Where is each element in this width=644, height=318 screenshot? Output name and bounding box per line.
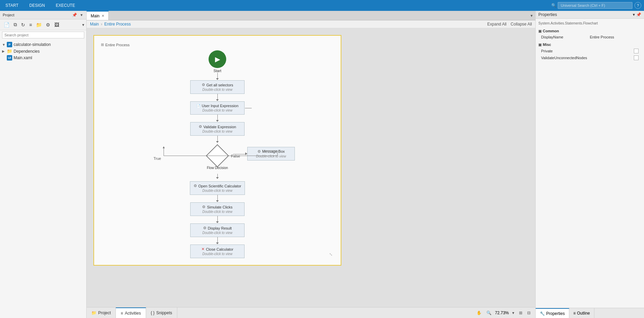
props-chevron-down[interactable]: ▾ (633, 12, 635, 17)
get-selectors-node[interactable]: ⚙ Get all selectors Double-click to view (190, 80, 245, 94)
open-calc-header: ⚙ Open Scientific Calculator (194, 184, 242, 188)
back-connector (245, 108, 252, 108)
menu-start[interactable]: START (3, 2, 21, 9)
gear-icon-1: ⚙ (202, 83, 205, 87)
gear-icon-5: ⚙ (202, 205, 205, 209)
open-folder-button[interactable]: 📁 (34, 21, 43, 29)
right-tab-properties-label: Properties (546, 311, 565, 316)
collapse-all-button[interactable]: Collapse All (511, 22, 532, 27)
new-file-button[interactable]: 📄 (2, 21, 11, 29)
flowchart-container: ⊞ Entire Process ▶ Start (93, 35, 341, 266)
get-selectors-header: ⚙ Get all selectors (194, 83, 241, 87)
tab-snippets[interactable]: { } Snippets (146, 307, 177, 318)
error-icon: ✕ (201, 247, 204, 251)
main-area: Project 📌 ▾ 📄 ⧉ ↻ ≡ 📁 ⚙ 🖼 ▾ ▼ P (0, 11, 644, 318)
message-box-node[interactable]: ⚙ Message Box Double-click to view (247, 147, 295, 161)
message-box-header: ⚙ Message Box (251, 149, 291, 154)
main-xaml-label: Main.xaml (14, 55, 32, 60)
zoom-level: 72.73% (495, 311, 509, 315)
props-pin-icon[interactable]: 📌 (636, 12, 641, 17)
gear-icon-4: ⚙ (194, 184, 197, 188)
gear-icon-6: ⚙ (203, 226, 207, 230)
ui-file-icon: UI (7, 55, 12, 61)
gear-icon-2: ⚙ (199, 124, 202, 129)
tree-project-root[interactable]: ▼ P calculator-simulation (0, 41, 86, 48)
tab-close-button[interactable]: ✕ (102, 14, 104, 18)
arrow-start-to-get (101, 73, 334, 80)
tab-activities[interactable]: ≡ Activities (116, 307, 146, 318)
props-private-checkbox[interactable] (634, 49, 639, 53)
simulate-label: Simulate Clicks (207, 205, 232, 209)
flow-decision-diamond[interactable] (206, 144, 229, 167)
validate-label: Validate Expression (203, 125, 236, 129)
arrow-1 (101, 94, 334, 101)
screenshot-button[interactable]: 🖼 (53, 21, 61, 29)
tab-dropdown-button[interactable]: ▾ (528, 11, 535, 20)
flowchart-grid-icon: ⊞ (101, 43, 104, 47)
props-misc-label: Misc (543, 43, 551, 47)
props-class-name: System.Activities.Statements.Flowchart (538, 21, 641, 25)
canvas-container[interactable]: ⊞ Entire Process ▶ Start (87, 28, 535, 307)
props-common-header[interactable]: ▣ Common (538, 28, 641, 34)
message-box-sub: Double-click to view (251, 154, 291, 158)
tree-main-xaml-item[interactable]: UI Main.xaml (0, 54, 86, 61)
chevron-down-icon[interactable]: ▾ (79, 12, 84, 18)
props-displayname-value[interactable]: Entire Process (590, 35, 639, 39)
flowchart-body: ▶ Start ⚙ (101, 50, 334, 258)
menu-design[interactable]: DESIGN (26, 2, 48, 9)
search-project-input[interactable] (2, 32, 84, 38)
close-calc-node[interactable]: ✕ Close Calculator Double-click to view (190, 245, 245, 258)
pin-icon[interactable]: 📌 (71, 12, 78, 18)
message-box-label: Message Box (262, 149, 285, 153)
panel-collapse-icon[interactable]: ▾ (82, 22, 84, 27)
canvas-actions: Expand All Collapse All (487, 22, 532, 27)
properties-panel-header: Properties ▾ 📌 (536, 11, 644, 19)
copy-button[interactable]: ⧉ (12, 21, 19, 29)
folder-icon: 📁 (7, 49, 12, 54)
breadcrumb-current[interactable]: Entire Process (104, 22, 131, 27)
project-name-label: calculator-simulation (14, 42, 51, 47)
false-label: False (231, 154, 240, 158)
settings-button[interactable]: ⚙ (44, 21, 52, 29)
user-input-node[interactable]: 📄 User Input Expression Double-click to … (190, 101, 245, 115)
fit-all-button[interactable]: ⊞ (518, 310, 524, 316)
tab-project[interactable]: 📁 Project (87, 307, 116, 318)
canvas-toolbar: Main › Entire Process Expand All Collaps… (87, 20, 535, 28)
project-panel-title: Project (3, 13, 14, 17)
expand-all-button[interactable]: Expand All (487, 22, 507, 27)
open-calc-node[interactable]: ⚙ Open Scientific Calculator Double-clic… (190, 181, 245, 195)
menu-execute[interactable]: EXECUTE (53, 2, 78, 9)
dependencies-label: Dependencies (14, 49, 40, 54)
props-displayname-label: DisplayName (541, 35, 590, 39)
breadcrumb: Main › Entire Process (90, 22, 131, 27)
properties-content: System.Activities.Statements.Flowchart ▣… (536, 19, 644, 308)
hand-tool-button[interactable]: ✋ (475, 310, 483, 316)
validate-node-group: ⚙ Validate Expression Double-click to vi… (101, 122, 334, 136)
fit-page-button[interactable]: ⊟ (526, 310, 532, 316)
props-misc-header[interactable]: ▣ Misc (538, 41, 641, 48)
folder-tab-icon: 📁 (91, 311, 96, 315)
simulate-clicks-node[interactable]: ⚙ Simulate Clicks Double-click to view (190, 202, 245, 216)
help-button[interactable]: ? (634, 2, 641, 9)
project-icon: P (7, 42, 12, 47)
resize-handle[interactable]: ⤡ (329, 252, 333, 257)
validate-node[interactable]: ⚙ Validate Expression Double-click to vi… (190, 122, 245, 136)
arrow-5 (101, 195, 334, 202)
tree-dep-expand-icon: ▶ (2, 49, 7, 53)
zoom-dropdown-button[interactable]: ▾ (511, 310, 516, 316)
display-result-node[interactable]: ⚙ Display Result Double-click to view (190, 223, 245, 237)
props-header-icons: ▾ 📌 (633, 12, 641, 17)
props-validate-checkbox[interactable] (634, 55, 639, 60)
refresh-button[interactable]: ↻ (19, 21, 27, 29)
right-tab-outline[interactable]: ≡ Outline (569, 308, 594, 318)
right-tab-properties[interactable]: 🔧 Properties (536, 308, 569, 318)
status-bar: ✋ 🔍 72.73% ▾ ⊞ ⊟ (475, 310, 535, 316)
zoom-search-button[interactable]: 🔍 (485, 310, 493, 316)
universal-search-input[interactable] (558, 2, 632, 9)
start-node[interactable]: ▶ (209, 50, 226, 68)
right-panel: Properties ▾ 📌 System.Activities.Stateme… (535, 11, 644, 318)
tree-dependencies-item[interactable]: ▶ 📁 Dependencies (0, 48, 86, 54)
collapse-tree-button[interactable]: ≡ (28, 21, 34, 29)
tab-main[interactable]: Main ✕ (87, 11, 109, 20)
breadcrumb-parent[interactable]: Main (90, 22, 99, 27)
